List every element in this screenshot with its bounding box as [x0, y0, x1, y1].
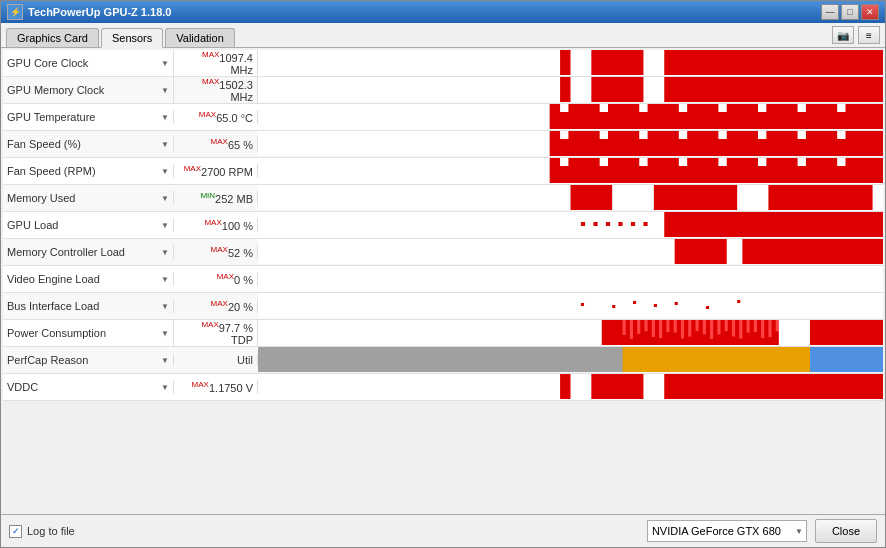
menu-button[interactable]: ≡ [858, 26, 880, 44]
sensor-value-text: 1502.3 MHz [219, 79, 253, 103]
svg-rect-63 [623, 320, 626, 335]
svg-rect-81 [754, 320, 757, 332]
svg-rect-82 [761, 320, 764, 338]
sensor-name-cell: Memory Controller Load▼ [3, 246, 173, 258]
svg-rect-33 [679, 158, 687, 166]
svg-rect-67 [652, 320, 655, 337]
sensor-dropdown-arrow[interactable]: ▼ [161, 140, 169, 149]
svg-rect-5 [591, 77, 883, 102]
sensor-value-text: 252 MB [215, 193, 253, 205]
svg-rect-22 [639, 131, 647, 139]
svg-rect-45 [593, 222, 597, 226]
svg-rect-46 [606, 222, 610, 226]
sensor-chart [258, 212, 883, 238]
svg-rect-60 [737, 300, 740, 303]
sensor-dropdown-arrow[interactable]: ▼ [161, 113, 169, 122]
svg-rect-84 [776, 320, 779, 331]
sensor-dropdown-arrow[interactable]: ▼ [161, 167, 169, 176]
svg-rect-10 [560, 104, 568, 112]
sensor-name-cell: GPU Core Clock▼ [3, 57, 173, 69]
sensor-name-cell: GPU Load▼ [3, 219, 173, 231]
close-button[interactable]: Close [815, 519, 877, 543]
sensor-value-text: 97.7 % TDP [219, 322, 253, 346]
svg-rect-12 [639, 104, 647, 112]
sensor-minmax-label: MAX [202, 77, 219, 86]
sensor-minmax-label: MAX [192, 380, 209, 389]
svg-rect-57 [654, 304, 657, 307]
svg-rect-54 [581, 303, 584, 306]
sensor-dropdown-arrow[interactable]: ▼ [161, 383, 169, 392]
tab-sensors[interactable]: Sensors [101, 28, 163, 48]
sensor-value-cell: MAX0 % [173, 272, 258, 286]
svg-rect-53 [258, 293, 883, 318]
svg-rect-9 [550, 104, 883, 129]
sensors-table: GPU Core Clock▼MAX1097.4 MHzGPU Memory C… [1, 48, 885, 514]
tab-graphics-card[interactable]: Graphics Card [6, 28, 99, 47]
sensor-minmax-label: MAX [217, 272, 234, 281]
table-row: GPU Load▼MAX100 % [3, 212, 883, 239]
svg-rect-21 [600, 131, 608, 139]
svg-rect-52 [727, 239, 743, 264]
window-close-button[interactable]: ✕ [861, 4, 879, 20]
svg-rect-31 [600, 158, 608, 166]
sensor-dropdown-arrow[interactable]: ▼ [161, 356, 169, 365]
table-row: Fan Speed (%)▼MAX65 % [3, 131, 883, 158]
toolbar-right: 📷 ≡ [832, 26, 880, 47]
tabs-left: Graphics Card Sensors Validation [6, 28, 235, 47]
log-checkbox[interactable]: ✓ [9, 525, 22, 538]
sensor-name-cell: VDDC▼ [3, 381, 173, 393]
footer-left: ✓ Log to file [9, 525, 75, 538]
sensor-dropdown-arrow[interactable]: ▼ [161, 275, 169, 284]
sensor-minmax-label: MAX [211, 245, 228, 254]
svg-rect-80 [747, 320, 750, 333]
svg-rect-40 [654, 185, 737, 210]
sensor-minmax-label: MAX [199, 110, 216, 119]
svg-rect-19 [550, 131, 883, 156]
table-row: Fan Speed (RPM)▼MAX2700 RPM [3, 158, 883, 185]
maximize-button[interactable]: □ [841, 4, 859, 20]
app-icon: ⚡ [7, 4, 23, 20]
sensor-dropdown-arrow[interactable]: ▼ [161, 329, 169, 338]
svg-rect-16 [798, 104, 806, 112]
sensor-value-cell: MAX97.7 % TDP [173, 320, 258, 346]
title-bar: ⚡ TechPowerUp GPU-Z 1.18.0 — □ ✕ [1, 1, 885, 23]
sensor-dropdown-arrow[interactable]: ▼ [161, 59, 169, 68]
svg-rect-58 [675, 302, 678, 305]
svg-rect-39 [571, 185, 613, 210]
sensor-value-text: 100 % [222, 220, 253, 232]
gpu-select[interactable]: NVIDIA GeForce GTX 680 [647, 520, 807, 542]
svg-rect-27 [837, 131, 845, 139]
sensor-dropdown-arrow[interactable]: ▼ [161, 194, 169, 203]
svg-rect-43 [664, 212, 883, 237]
sensor-value-text: 1.1750 V [209, 382, 253, 394]
table-row: VDDC▼MAX1.1750 V [3, 374, 883, 401]
sensor-dropdown-arrow[interactable]: ▼ [161, 221, 169, 230]
svg-rect-75 [710, 320, 713, 339]
sensor-dropdown-arrow[interactable]: ▼ [161, 248, 169, 257]
camera-button[interactable]: 📷 [832, 26, 854, 44]
sensor-value-cell: Util [173, 354, 258, 366]
sensor-value-text: 1097.4 MHz [219, 52, 253, 76]
svg-rect-11 [600, 104, 608, 112]
svg-rect-29 [550, 158, 883, 183]
table-row: GPU Core Clock▼MAX1097.4 MHz [3, 50, 883, 77]
svg-rect-99 [591, 374, 883, 399]
sensor-chart [258, 50, 883, 76]
svg-rect-70 [674, 320, 677, 333]
tab-validation[interactable]: Validation [165, 28, 235, 47]
sensor-dropdown-arrow[interactable]: ▼ [161, 302, 169, 311]
sensor-value-text: 2700 RPM [201, 166, 253, 178]
svg-rect-41 [768, 185, 872, 210]
sensor-minmax-label: MAX [184, 164, 201, 173]
sensor-name-cell: Fan Speed (RPM)▼ [3, 165, 173, 177]
sensor-name-cell: GPU Memory Clock▼ [3, 84, 173, 96]
minimize-button[interactable]: — [821, 4, 839, 20]
sensor-minmax-label: MAX [211, 299, 228, 308]
sensor-label: Memory Used [7, 192, 75, 204]
sensor-label: GPU Load [7, 219, 58, 231]
svg-rect-2 [643, 50, 664, 75]
sensor-dropdown-arrow[interactable]: ▼ [161, 86, 169, 95]
svg-rect-34 [718, 158, 726, 166]
tabs-bar: Graphics Card Sensors Validation 📷 ≡ [1, 23, 885, 48]
main-window: ⚡ TechPowerUp GPU-Z 1.18.0 — □ ✕ Graphic… [0, 0, 886, 548]
